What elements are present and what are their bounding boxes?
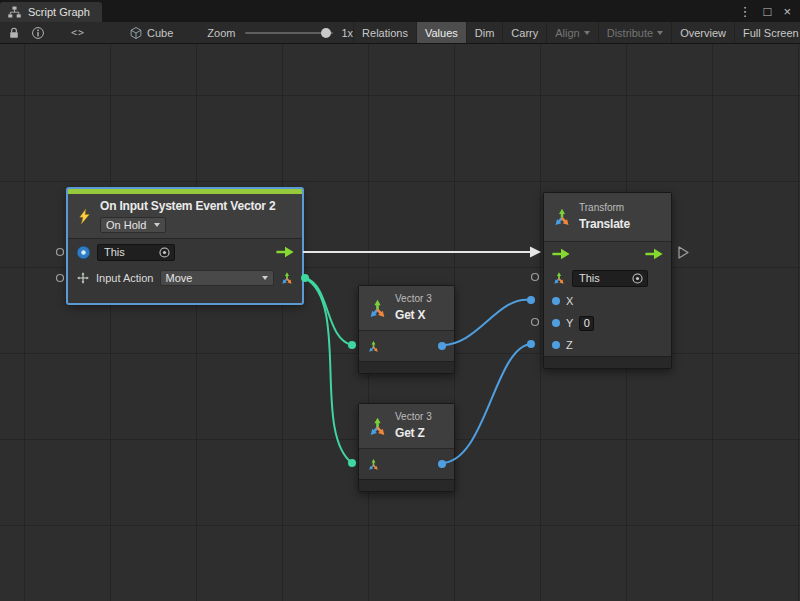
input-action-dropdown[interactable]: Move (160, 270, 275, 286)
graph-icon (7, 5, 22, 20)
tab-title: Script Graph (28, 6, 90, 18)
chevron-down-icon (584, 31, 590, 35)
wire-end-x-input[interactable] (527, 296, 535, 304)
get-x-header: Vector 3 Get X (359, 286, 454, 331)
port-y-label: Y (566, 317, 573, 329)
this-object-field[interactable]: This (97, 244, 175, 261)
vector3-icon (367, 416, 388, 437)
port-event-flow-input[interactable] (57, 249, 64, 256)
transform-icon (552, 207, 572, 227)
flow-input-arrow-icon[interactable] (552, 248, 570, 260)
node-type-label: Vector 3 (395, 411, 432, 423)
object-picker-icon[interactable] (631, 272, 644, 285)
node-get-x[interactable]: Vector 3 Get X (358, 285, 455, 374)
object-picker-icon[interactable] (158, 246, 171, 259)
dim-button[interactable]: Dim (466, 22, 503, 43)
translate-x-row: X (544, 290, 671, 312)
this-value: This (104, 246, 125, 258)
translate-this-row: This (544, 266, 671, 290)
window-controls: ⋮ □ × (739, 0, 800, 22)
node-on-input-system-event-vector-2[interactable]: On Input System Event Vector 2 On Hold T… (67, 188, 303, 304)
distribute-button[interactable]: Distribute (598, 22, 671, 43)
port-z-input[interactable] (552, 341, 560, 349)
cube-icon (129, 26, 143, 40)
values-button[interactable]: Values (416, 22, 466, 43)
port-event-this-input[interactable] (57, 275, 64, 282)
close-icon[interactable]: × (783, 5, 791, 18)
port-get-z-value-input[interactable] (348, 459, 356, 467)
translate-header: Transform Translate (544, 193, 671, 242)
toolbar-buttons: Relations Values Dim Carry Align Distrib… (353, 22, 800, 43)
port-get-z-output[interactable] (438, 460, 446, 468)
node-title: Get X (395, 308, 432, 323)
port-get-x-value-input[interactable] (348, 341, 356, 349)
overview-button[interactable]: Overview (671, 22, 734, 43)
carry-button[interactable]: Carry (502, 22, 546, 43)
zoom-slider-handle[interactable] (321, 28, 331, 38)
vector3-input-icon[interactable] (367, 340, 380, 353)
event-input-action-row: Input Action Move (68, 265, 302, 291)
input-action-value: Move (166, 272, 193, 284)
relations-button[interactable]: Relations (353, 22, 416, 43)
transform-icon (552, 271, 566, 285)
maximize-icon[interactable]: □ (764, 5, 772, 18)
port-x-input[interactable] (552, 297, 560, 305)
node-footer (359, 479, 454, 491)
wire-vector2-to-get-z[interactable] (305, 278, 352, 463)
info-icon[interactable] (31, 26, 45, 40)
this-object-field[interactable]: This (572, 270, 648, 287)
wire-end-z-input[interactable] (527, 340, 535, 348)
flow-continuation-icon[interactable] (679, 247, 688, 258)
flow-output-arrow-icon[interactable] (645, 248, 663, 260)
lightning-icon (76, 205, 93, 228)
this-icon (76, 245, 91, 260)
full-screen-button[interactable]: Full Screen (734, 22, 800, 43)
input-action-icon (76, 271, 90, 285)
node-footer (544, 356, 671, 368)
vector3-icon (367, 298, 388, 319)
wire-vector2-to-get-x[interactable] (305, 278, 352, 345)
zoom-value: 1x (341, 27, 353, 39)
node-title: On Input System Event Vector 2 (100, 199, 275, 214)
lock-icon[interactable] (7, 26, 21, 40)
node-footer (359, 361, 454, 373)
script-graph-window: Script Graph ⋮ □ × <> Cube Zoom 1x Relat… (0, 0, 800, 601)
node-type-label: Vector 3 (395, 293, 432, 305)
node-get-z[interactable]: Vector 3 Get Z (358, 403, 455, 492)
graph-canvas[interactable]: On Input System Event Vector 2 On Hold T… (0, 44, 800, 601)
input-action-label: Input Action (96, 272, 154, 284)
port-translate-y-input[interactable] (532, 319, 539, 326)
y-value-input[interactable]: 0 (579, 316, 594, 331)
port-translate-this-input[interactable] (532, 274, 539, 281)
flow-output-arrow-icon[interactable] (276, 246, 294, 258)
node-title: Get Z (395, 426, 432, 441)
translate-z-row: Z (544, 334, 671, 356)
event-node-header: On Input System Event Vector 2 On Hold (68, 194, 302, 239)
translate-y-row: Y 0 (544, 312, 671, 334)
code-icon[interactable]: <> (71, 27, 85, 38)
zoom-slider[interactable] (245, 27, 333, 39)
chevron-down-icon (154, 223, 160, 227)
this-value: This (579, 272, 600, 284)
chevron-down-icon (262, 276, 268, 280)
event-mode-value: On Hold (106, 219, 146, 231)
node-translate[interactable]: Transform Translate This X (543, 192, 672, 369)
vector2-output-icon[interactable] (280, 271, 294, 285)
chevron-down-icon (657, 31, 663, 35)
port-get-x-output[interactable] (438, 342, 446, 350)
wire-arrowhead-icon (530, 247, 541, 258)
zoom-slider-track[interactable] (245, 32, 333, 34)
port-y-input[interactable] (552, 319, 560, 327)
port-z-label: Z (566, 339, 573, 351)
tab-script-graph[interactable]: Script Graph (0, 2, 102, 22)
node-title: Translate (579, 217, 630, 232)
event-mode-dropdown[interactable]: On Hold (100, 217, 166, 233)
align-button[interactable]: Align (546, 22, 597, 43)
graph-toolbar: <> Cube Zoom 1x Relations Values Dim Car… (0, 22, 800, 44)
vector3-input-icon[interactable] (367, 458, 380, 471)
target-object-label: Cube (147, 27, 173, 39)
port-x-label: X (566, 295, 573, 307)
node-type-label: Transform (579, 202, 630, 214)
menu-icon[interactable]: ⋮ (739, 5, 752, 18)
zoom-label: Zoom (207, 27, 235, 39)
